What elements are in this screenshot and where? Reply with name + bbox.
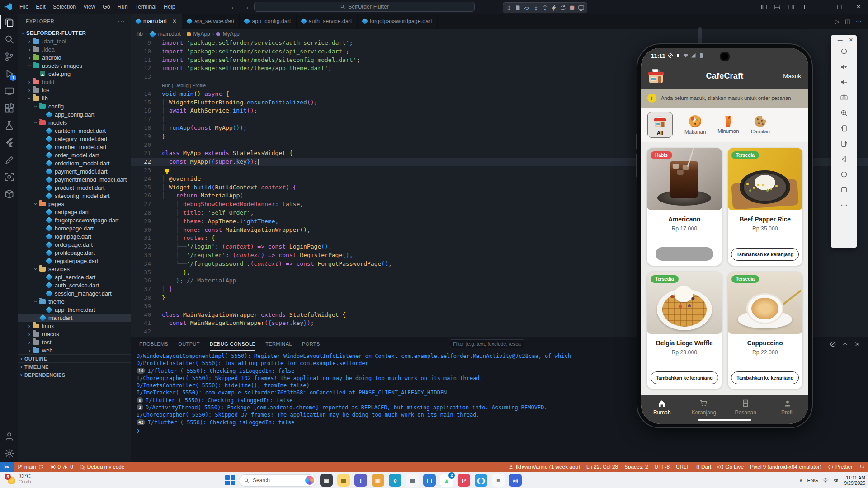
status-right-8[interactable]: Prettier <box>825 462 856 472</box>
taskbar-search[interactable]: Search <box>239 474 316 487</box>
menu-run[interactable]: Run <box>114 2 132 12</box>
tab-auth_service.dart[interactable]: auth_service.dart <box>297 14 358 29</box>
taskbar-app-media[interactable]: ◎ <box>509 474 522 487</box>
tray-chevron-icon[interactable]: ∧ <box>799 478 802 483</box>
tree-item-cartitem_model.dart[interactable]: cartitem_model.dart <box>18 127 131 135</box>
menu-terminal[interactable]: Terminal <box>132 2 160 12</box>
nav-pesanan[interactable]: Pesanan <box>725 399 767 416</box>
panel-bottom-toggle[interactable] <box>770 0 784 14</box>
category-all[interactable]: All <box>647 112 673 138</box>
status-right-6[interactable]: Go Live <box>714 462 747 472</box>
tree-item-.dart_tool[interactable]: ›.dart_tool <box>18 37 131 45</box>
activity-settings[interactable] <box>0 445 18 462</box>
tree-item-build[interactable]: ›build <box>18 78 131 86</box>
status-right-2[interactable]: Spaces: 2 <box>621 462 651 472</box>
status-left-1[interactable]: 00 <box>47 462 76 472</box>
console-filter-input[interactable] <box>450 339 524 348</box>
emulator-zoom-button[interactable] <box>836 105 852 121</box>
tree-item-macos[interactable]: ›macos <box>18 330 131 338</box>
activity-search[interactable] <box>0 31 18 48</box>
chevron-up-icon[interactable] <box>842 341 849 347</box>
remote-indicator[interactable]: >< <box>0 462 14 472</box>
tree-item-android[interactable]: ›android <box>18 53 131 61</box>
nav-keranjang[interactable]: Keranjang <box>683 399 725 416</box>
tree-item-ios[interactable]: ›ios <box>18 86 131 94</box>
tree-item-order_model.dart[interactable]: order_model.dart <box>18 151 131 159</box>
command-center[interactable]: SelfOrder-Flutter <box>254 2 475 12</box>
tree-item-selforder-flutter[interactable]: ›SELFORDER-FLUTTER <box>18 29 131 37</box>
emulator-back-button[interactable] <box>836 151 852 167</box>
tree-item-product_model.dart[interactable]: product_model.dart <box>18 183 131 192</box>
nav-rumah[interactable]: Rumah <box>641 399 683 416</box>
category-camilan[interactable]: Camilan <box>751 116 770 134</box>
emulator-power-button[interactable] <box>836 44 852 59</box>
debug-stepinto-button[interactable] <box>532 4 540 12</box>
tray-clock[interactable]: 11:11 AM 9/29/2025 <box>844 475 865 486</box>
taskbar-app-teams[interactable]: T <box>354 474 367 487</box>
status-right-1[interactable]: Ln 22, Col 28 <box>583 462 621 472</box>
taskbar-app-onedrive[interactable]: ▢ <box>423 474 436 487</box>
debug-hotreload-button[interactable] <box>550 4 558 12</box>
activity-remote-explorer[interactable] <box>0 82 18 99</box>
history-arrows[interactable]: ←→ <box>231 3 250 10</box>
tree-item-session_manager.dart[interactable]: session_manager.dart <box>18 289 131 297</box>
debug-drag-button[interactable] <box>505 4 513 12</box>
tree-item-paymentmethod_model.dart[interactable]: paymentmethod_model.dart <box>18 175 131 183</box>
tree-item-registerpage.dart[interactable]: registerpage.dart <box>18 257 131 265</box>
status-right-3[interactable]: UTF-8 <box>651 462 673 472</box>
activity-search-editor[interactable] <box>0 168 18 185</box>
add-to-cart-button[interactable]: Tambahkan ke keranjang <box>731 248 799 261</box>
tree-item-pages[interactable]: ›pages <box>18 200 131 208</box>
status-right-7[interactable]: Pixel 9 (android-x64 emulator) <box>747 462 825 472</box>
taskbar-app-task-view[interactable]: ▣ <box>320 474 333 487</box>
emulator-rotr-button[interactable] <box>836 136 852 151</box>
layout-custom-toggle[interactable] <box>797 0 811 14</box>
tree-item-main.dart[interactable]: main.dart <box>18 314 131 322</box>
home-indicator[interactable] <box>698 419 751 421</box>
taskbar-app-files-orange[interactable]: ▥ <box>372 474 384 487</box>
status-right-4[interactable]: CRLF <box>673 462 693 472</box>
tree-item-linux[interactable]: ›linux <box>18 322 131 330</box>
tree-item-auth_service.dart[interactable]: auth_service.dart <box>18 281 131 289</box>
tree-item-theme[interactable]: ›theme <box>18 297 131 305</box>
tree-item-lib[interactable]: ›lib <box>18 94 131 102</box>
activity-packages[interactable] <box>0 185 18 202</box>
panel-tab-output[interactable]: OUTPUT <box>178 337 200 351</box>
activity-testing[interactable] <box>0 117 18 134</box>
panel-right-toggle[interactable] <box>784 0 797 14</box>
taskbar-app-jetbrains[interactable]: P <box>458 474 470 487</box>
tree-item-api_service.dart[interactable]: api_service.dart <box>18 273 131 281</box>
explorer-more-icon[interactable]: ··· <box>118 18 125 25</box>
volume-icon[interactable] <box>833 477 840 483</box>
section-outline[interactable]: ›OUTLINE <box>18 354 131 362</box>
status-right-9[interactable] <box>856 462 868 472</box>
tree-item-.idea[interactable]: ›.idea <box>18 45 131 53</box>
editor-actions[interactable]: ▷◫⋯ <box>835 14 868 29</box>
debug-devtools-button[interactable] <box>577 4 585 12</box>
section-dependencies[interactable]: ›DEPENDENCIES <box>18 371 131 379</box>
emulator-recent-button[interactable] <box>836 182 852 197</box>
menu-go[interactable]: Go <box>99 2 114 12</box>
emulator-volup-button[interactable] <box>836 59 852 75</box>
activity-extensions[interactable] <box>0 99 18 117</box>
menu-selection[interactable]: Selection <box>49 2 80 12</box>
tree-item-orderitem_model.dart[interactable]: orderitem_model.dart <box>18 159 131 167</box>
start-button[interactable] <box>225 475 235 485</box>
wifi-icon[interactable] <box>822 477 829 483</box>
emulator-home-button[interactable] <box>836 167 852 182</box>
panel-tab-debug-console[interactable]: DEBUG CONSOLE <box>210 337 255 351</box>
tree-item-models[interactable]: ›models <box>18 118 131 127</box>
taskbar-app-android-studio[interactable]: ▲2 <box>440 474 453 487</box>
activity-explorer[interactable] <box>0 14 18 31</box>
emulator-more-button[interactable] <box>836 197 852 213</box>
tree-item-app_theme.dart[interactable]: app_theme.dart <box>18 305 131 314</box>
tree-item-profilepage.dart[interactable]: profilepage.dart <box>18 249 131 257</box>
tab-app_config.dart[interactable]: app_config.dart <box>240 14 296 29</box>
product-card-beef-papper-rice[interactable]: TersediaBeef Papper RiceRp 35.000Tambahk… <box>728 148 803 266</box>
tree-item-orderpage.dart[interactable]: orderpage.dart <box>18 240 131 249</box>
add-to-cart-button[interactable]: Tambahkan ke keranjang <box>651 371 718 384</box>
product-card-cappuccino[interactable]: TersediaCappuccinoRp 22.000Tambahkan ke … <box>728 272 803 389</box>
tree-item-services[interactable]: ›services <box>18 265 131 273</box>
tree-item-siteconfig_model.dart[interactable]: siteconfig_model.dart <box>18 192 131 200</box>
power-button[interactable] <box>636 154 637 177</box>
